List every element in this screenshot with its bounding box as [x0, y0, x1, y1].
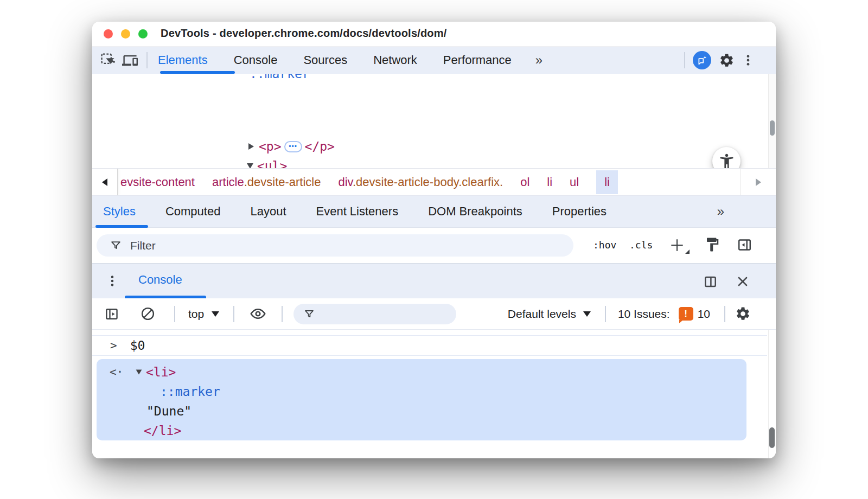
breadcrumb-scroll-right-button[interactable] [741, 169, 776, 195]
disclosure-arrow-icon[interactable] [248, 143, 254, 150]
tab-computed[interactable]: Computed [165, 204, 221, 219]
breadcrumb: evsite-content article.devsite-article d… [92, 168, 776, 195]
context-selector[interactable]: top [188, 308, 204, 321]
close-tag: </p> [305, 139, 335, 153]
ellipsis-expander[interactable]: ••• [284, 141, 302, 152]
tree-row-p[interactable]: <p> ••• </p> [248, 137, 335, 156]
chevron-down-icon[interactable] [212, 311, 219, 317]
tree-row-ul[interactable]: <ul> [247, 156, 287, 168]
elements-scrollbar-thumb[interactable] [770, 120, 775, 136]
issues-badge-icon[interactable]: ! [679, 307, 693, 321]
title-bar: DevTools - developer.chrome.com/docs/dev… [92, 22, 776, 47]
clipped-marker-pseudo[interactable]: ::marker [250, 74, 310, 81]
console-prompt-chevron: > [110, 339, 117, 352]
toolbar-divider [684, 52, 685, 68]
styles-tab-bar: Styles Computed Layout Event Listeners D… [92, 195, 776, 228]
split-panel-icon[interactable] [703, 274, 718, 289]
tab-sources[interactable]: Sources [303, 53, 347, 67]
breadcrumb-item-selected[interactable]: li [596, 170, 618, 194]
accessibility-person-icon [718, 152, 736, 169]
return-value-icon: <· [110, 366, 123, 379]
more-tabs-chevron[interactable]: » [717, 204, 724, 219]
window-title: DevTools - developer.chrome.com/docs/dev… [161, 27, 447, 40]
console-settings-gear-icon[interactable] [735, 306, 751, 322]
filter-placeholder: Filter [130, 239, 156, 252]
open-tag: <ul> [257, 159, 287, 168]
new-style-rule-button[interactable] [668, 233, 688, 256]
breadcrumb-item[interactable]: article.devsite-article [212, 175, 321, 189]
drawer-tab-console[interactable]: Console [138, 273, 182, 287]
devtools-window: DevTools - developer.chrome.com/docs/dev… [92, 22, 776, 458]
tab-console[interactable]: Console [234, 53, 278, 67]
tab-properties[interactable]: Properties [552, 204, 607, 219]
console-messages: > $0 <· <li> ::marker "Dune" </li> [92, 330, 776, 458]
styles-filter-input[interactable]: Filter [97, 234, 573, 257]
chevron-right-icon [756, 178, 761, 186]
default-levels-selector[interactable]: Default levels [508, 308, 576, 321]
show-sidebar-panel-icon[interactable] [737, 237, 752, 253]
chevron-left-icon [102, 178, 107, 186]
tab-event-listeners[interactable]: Event Listeners [316, 204, 399, 219]
console-scrollbar-thumb[interactable] [769, 427, 775, 448]
console-input-echo-row[interactable]: > $0 [92, 335, 767, 356]
console-filter-input[interactable] [293, 304, 456, 324]
breadcrumb-item[interactable]: ul [570, 175, 579, 189]
live-expression-eye-icon[interactable] [250, 305, 266, 322]
toggle-hover-state-button[interactable]: :hov [593, 239, 616, 251]
tab-performance[interactable]: Performance [443, 53, 512, 67]
close-traffic-light[interactable] [104, 29, 113, 39]
toolbar-divider [233, 306, 234, 322]
disclosure-arrow-icon[interactable] [136, 370, 142, 375]
more-tabs-chevron[interactable]: » [535, 53, 542, 68]
breadcrumb-item[interactable]: div.devsite-article-body.clearfix. [339, 175, 503, 189]
elements-dom-tree: ::marker . … <p> ••• </p> <ul> <li> ••• … [92, 74, 776, 168]
breadcrumb-item[interactable]: evsite-content [120, 175, 195, 189]
result-text-row[interactable]: "Dune" [146, 401, 192, 421]
tab-network[interactable]: Network [373, 53, 417, 67]
result-open-tag-row[interactable]: <li> [136, 362, 176, 382]
console-sidebar-icon[interactable] [104, 306, 119, 322]
result-marker-row[interactable]: ::marker [160, 382, 220, 401]
console-result-selected[interactable]: <· <li> ::marker "Dune" </li> [97, 359, 746, 440]
breadcrumb-item[interactable]: li [547, 175, 552, 189]
accessibility-overlay-button[interactable] [712, 147, 741, 168]
disclosure-arrow-icon[interactable] [247, 163, 253, 168]
ai-assistance-icon[interactable] [693, 51, 711, 69]
toolbar-divider [724, 306, 725, 322]
kebab-menu-icon[interactable] [741, 53, 755, 67]
elements-scrollbar-track[interactable] [768, 74, 776, 168]
styles-filter-row: Filter :hov .cls [92, 228, 776, 263]
breadcrumb-scroll-left-button[interactable] [92, 169, 118, 195]
drawer-kebab-menu-icon[interactable] [105, 274, 119, 288]
issues-label[interactable]: 10 Issues: [618, 308, 670, 321]
toolbar-divider [146, 52, 148, 68]
tab-styles[interactable]: Styles [103, 204, 136, 219]
zoom-traffic-light[interactable] [138, 29, 148, 39]
toggle-classes-button[interactable]: .cls [629, 239, 653, 251]
console-echo-value: $0 [130, 338, 145, 353]
clear-console-icon[interactable] [140, 306, 156, 322]
tab-elements[interactable]: Elements [158, 53, 208, 67]
console-toolbar: top Default levels 10 Issues: ! 10 [92, 298, 776, 330]
open-tag: <p> [259, 139, 282, 153]
console-drawer-header: Console [92, 263, 776, 298]
issues-count[interactable]: 10 [698, 308, 710, 321]
settings-gear-icon[interactable] [719, 53, 735, 68]
inspect-icon[interactable] [100, 53, 116, 68]
result-close-tag-row[interactable]: </li> [144, 421, 181, 440]
filter-funnel-icon [304, 309, 314, 319]
device-toolbar-icon[interactable] [122, 53, 138, 68]
minimize-traffic-light[interactable] [121, 29, 130, 39]
toolbar-divider [605, 306, 606, 322]
chevron-down-icon[interactable] [583, 311, 591, 317]
toolbar-divider [174, 306, 175, 322]
close-drawer-icon[interactable] [736, 274, 750, 289]
format-paint-icon[interactable] [704, 236, 720, 253]
toolbar-divider [282, 306, 283, 322]
console-scrollbar-track[interactable] [768, 330, 776, 458]
main-toolbar: Elements Console Sources Network Perform… [92, 47, 776, 74]
tab-layout[interactable]: Layout [250, 204, 286, 219]
breadcrumb-item[interactable]: ol [520, 175, 529, 189]
filter-funnel-icon [111, 240, 121, 251]
tab-dom-breakpoints[interactable]: DOM Breakpoints [428, 204, 522, 219]
